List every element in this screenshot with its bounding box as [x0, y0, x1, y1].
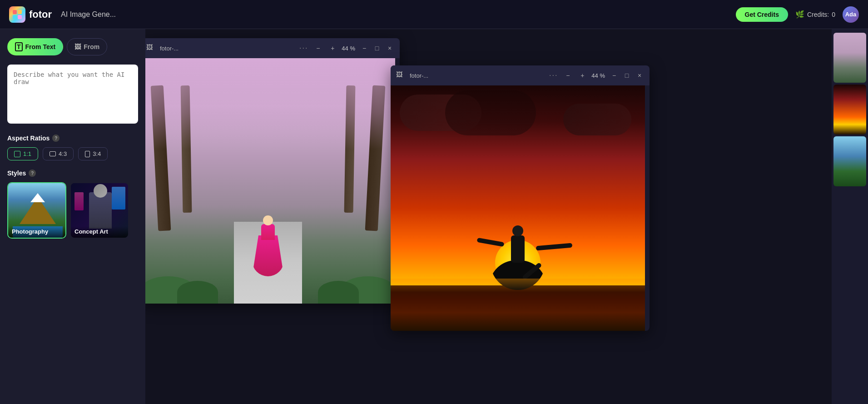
- concept-art-label: Concept Art: [71, 226, 128, 238]
- dancer-image: [391, 85, 645, 331]
- from-image-label: From: [84, 43, 99, 50]
- styles-label: Styles ?: [7, 170, 138, 177]
- sidebar-tabs: T From Text 🖼 From: [7, 38, 138, 55]
- window-minimize-dancer[interactable]: −: [610, 71, 619, 80]
- ratio-square-icon: [14, 151, 20, 157]
- ratio-4-3-button[interactable]: 4:3: [43, 147, 74, 160]
- window-image-icon-cherry: 🖼: [146, 44, 155, 53]
- header-right: Get Credits 🌿 Credits: 0 Ada: [736, 6, 859, 23]
- window-image-icon-dancer: 🖼: [396, 71, 405, 80]
- svg-rect-1: [18, 10, 22, 14]
- get-credits-button[interactable]: Get Credits: [736, 7, 788, 22]
- window-controls-dancer: − □ ×: [610, 71, 644, 80]
- window-filename-dancer: fotor-...: [410, 72, 545, 79]
- app-title: AI Image Gene...: [61, 10, 116, 19]
- ratio-options: 1:1 4:3 3:4: [7, 147, 138, 160]
- strip-thumb-cherry[interactable]: [833, 33, 866, 83]
- window-titlebar-cherry: 🖼 fotor-... ··· − + 44 % − □ ×: [145, 38, 400, 58]
- app-header: fotor AI Image Gene... Get Credits 🌿 Cre…: [0, 0, 868, 29]
- aspect-ratios-help-icon[interactable]: ?: [52, 135, 60, 142]
- logo-icon: [9, 6, 25, 23]
- svg-rect-0: [13, 10, 17, 14]
- style-card-photography[interactable]: Photography: [7, 182, 66, 239]
- credits-label: Credits:: [807, 11, 829, 18]
- aspect-ratios-label: Aspect Ratios ?: [7, 135, 138, 142]
- logo: fotor: [9, 6, 52, 23]
- window-minimize-cherry[interactable]: −: [360, 44, 369, 53]
- zoom-in-button-dancer[interactable]: +: [577, 70, 588, 81]
- window-maximize-dancer[interactable]: □: [622, 71, 631, 80]
- from-text-tab[interactable]: T From Text: [7, 38, 63, 55]
- preview-window-dancer: 🖼 fotor-... ··· − + 44 % − □ ×: [391, 65, 650, 331]
- ratio-3-4-button[interactable]: 3:4: [78, 147, 108, 160]
- ratio-wide-icon: [50, 151, 56, 156]
- image-tab-icon: 🖼: [74, 43, 81, 50]
- styles-grid: Photography Concept Art: [7, 182, 138, 239]
- water-reflection: [391, 285, 645, 331]
- window-close-dancer[interactable]: ×: [635, 71, 644, 80]
- cherry-image: [145, 58, 395, 304]
- credits-value: 0: [832, 11, 835, 18]
- ratio-tall-icon: [85, 151, 90, 157]
- zoom-out-button-dancer[interactable]: −: [562, 70, 573, 81]
- preview-window-cherry: 🖼 fotor-... ··· − + 44 % − □ ×: [145, 38, 400, 304]
- photography-label: Photography: [8, 226, 65, 238]
- strip-thumb-landscape[interactable]: [833, 136, 866, 186]
- window-close-cherry[interactable]: ×: [385, 44, 394, 53]
- window-controls-cherry: − □ ×: [360, 44, 394, 53]
- zoom-level-cherry: 44 %: [342, 45, 355, 52]
- ratio-1-1-button[interactable]: 1:1: [7, 147, 38, 160]
- svg-rect-2: [13, 15, 17, 19]
- window-dots-dancer[interactable]: ···: [549, 71, 558, 80]
- zoom-out-button-cherry[interactable]: −: [312, 43, 323, 54]
- sidebar: T From Text 🖼 From Aspect Ratios ? 1:1 4…: [0, 29, 145, 404]
- svg-rect-3: [18, 15, 22, 19]
- right-strip: [832, 29, 868, 404]
- from-text-label: From Text: [25, 43, 56, 50]
- window-dots-cherry[interactable]: ···: [299, 44, 308, 52]
- credits-info: 🌿 Credits: 0: [795, 10, 835, 19]
- leaf-icon: 🌿: [795, 10, 804, 19]
- from-image-tab[interactable]: 🖼 From: [67, 38, 107, 55]
- avatar[interactable]: Ada: [843, 6, 859, 23]
- zoom-controls-dancer: − + 44 %: [562, 70, 605, 81]
- text-icon: T: [15, 42, 23, 51]
- window-maximize-cherry[interactable]: □: [372, 44, 382, 53]
- logo-text: fotor: [29, 9, 52, 20]
- window-filename-cherry: fotor-...: [160, 45, 295, 52]
- strip-thumb-dancer[interactable]: [833, 85, 866, 135]
- zoom-controls-cherry: − + 44 %: [312, 43, 355, 54]
- window-titlebar-dancer: 🖼 fotor-... ··· − + 44 % − □ ×: [391, 65, 650, 85]
- zoom-in-button-cherry[interactable]: +: [327, 43, 338, 54]
- styles-help-icon[interactable]: ?: [29, 170, 36, 177]
- main-content: 🖼 fotor-... ··· − + 44 % − □ ×: [145, 29, 868, 404]
- style-card-concept-art[interactable]: Concept Art: [70, 182, 129, 239]
- mountain-snow: [30, 193, 45, 202]
- prompt-input[interactable]: [7, 65, 138, 124]
- zoom-level-dancer: 44 %: [591, 72, 605, 79]
